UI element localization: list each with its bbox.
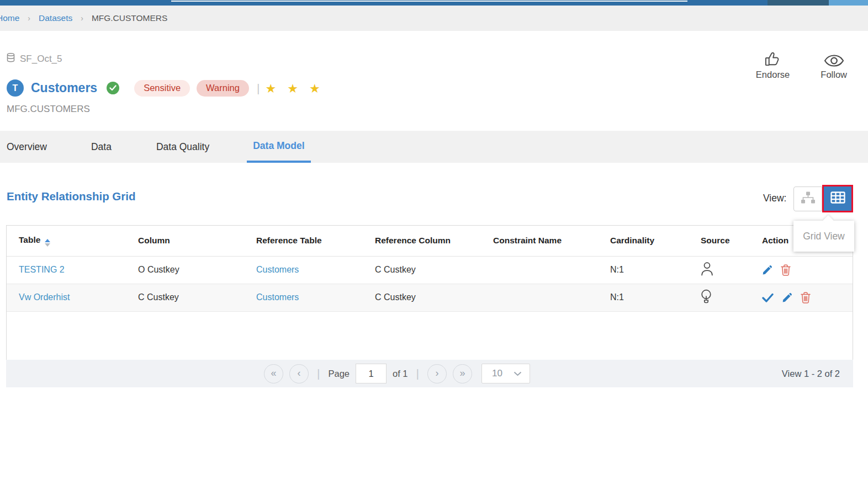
tooltip-arrow (823, 215, 834, 226)
title-row: T Customers Sensitive Warning | ★ ★ ★ (7, 79, 324, 97)
reference-column-cell: C Custkey (363, 284, 481, 311)
database-icon (7, 53, 15, 65)
diagram-view-button[interactable] (793, 186, 822, 211)
tag-warning[interactable]: Warning (197, 80, 249, 97)
pagination-summary: View 1 - 2 of 2 (782, 360, 840, 387)
header-actions: Endorse Follow (756, 50, 847, 80)
grid-view-button[interactable] (822, 185, 853, 212)
navbar-segment-light (829, 0, 868, 6)
reference-column-cell: C Custkey (363, 256, 481, 284)
delete-icon[interactable] (801, 292, 811, 303)
tab-bar: Overview Data Data Quality Data Model (0, 131, 868, 163)
table-link[interactable]: Vw Orderhist (19, 292, 70, 302)
navbar-search-edge (171, 1, 687, 2)
grid-icon (830, 191, 845, 206)
cardinality-cell: N:1 (598, 284, 689, 311)
divider: | (317, 367, 320, 380)
page: Home › Datasets › MFG.CUSTOMERS SF_Oct_5… (0, 0, 868, 485)
tab-overview[interactable]: Overview (7, 131, 47, 163)
sort-icon[interactable] (45, 239, 50, 247)
column-header-constraint-name: Constraint Name (481, 226, 598, 256)
constraint-name-cell (481, 284, 598, 311)
page-label: Page (328, 369, 350, 379)
table-header-row: Table Column Reference Table Reference C… (7, 226, 853, 256)
breadcrumb: Home › Datasets › MFG.CUSTOMERS (0, 6, 868, 31)
column-header-table[interactable]: Table (7, 226, 126, 256)
page-of-label: of 1 (393, 369, 408, 379)
action-cell (762, 292, 853, 303)
follow-button[interactable]: Follow (821, 50, 847, 80)
page-title: Customers (31, 81, 97, 95)
endorse-label: Endorse (756, 70, 790, 80)
breadcrumb-current: MFG.CUSTOMERS (92, 13, 168, 23)
tab-data-model[interactable]: Data Model (247, 131, 310, 163)
table-row: Vw Orderhist C Custkey Customers C Custk… (7, 284, 853, 311)
navbar-segment-dark (768, 0, 829, 6)
breadcrumb-datasets-link[interactable]: Datasets (39, 13, 72, 23)
double-chevron-right-icon: » (460, 367, 465, 379)
action-cell (762, 264, 853, 276)
divider: | (416, 367, 419, 380)
source-cell (689, 284, 750, 311)
datasource-row: SF_Oct_5 (7, 53, 62, 65)
tag-sensitive[interactable]: Sensitive (134, 80, 190, 97)
eye-icon (824, 50, 844, 67)
tab-data-quality[interactable]: Data Quality (156, 131, 209, 163)
follow-label: Follow (821, 70, 847, 80)
double-chevron-left-icon: « (271, 367, 276, 379)
view-toggle-label: View: (763, 193, 786, 204)
grid-view-tooltip: Grid View (793, 221, 854, 252)
last-page-button[interactable]: » (453, 364, 472, 383)
user-icon (701, 268, 713, 278)
table-type-badge: T (7, 79, 24, 97)
column-header-column: Column (126, 226, 244, 256)
source-cell (689, 256, 750, 284)
endorse-button[interactable]: Endorse (756, 50, 790, 80)
chevron-right-icon: › (28, 14, 30, 23)
reference-table-link[interactable]: Customers (256, 292, 299, 302)
tab-data[interactable]: Data (91, 131, 112, 163)
column-cell: C Custkey (126, 284, 244, 311)
column-header-reference-table: Reference Table (244, 226, 363, 256)
approve-check-icon[interactable] (762, 293, 774, 302)
pagination-bar: « ‹ | Page of 1 | › » 10 View 1 - 2 of 2 (6, 360, 853, 387)
chevron-down-icon (514, 368, 522, 379)
table-row: TESTING 2 O Custkey Customers C Custkey … (7, 256, 853, 284)
chevron-right-icon: › (81, 14, 83, 23)
sitemap-icon (801, 191, 816, 206)
rating-stars-icon[interactable]: ★ ★ ★ (265, 81, 324, 96)
column-header-cardinality: Cardinality (598, 226, 689, 256)
qualified-name: MFG.CUSTOMERS (7, 104, 90, 115)
edit-icon[interactable] (782, 292, 792, 303)
thumbs-up-icon (764, 50, 781, 67)
chevron-right-icon: › (436, 367, 439, 379)
entity-relationship-table: Table Column Reference Table Reference C… (6, 225, 853, 360)
next-page-button[interactable]: › (427, 364, 447, 383)
cardinality-cell: N:1 (598, 256, 689, 284)
view-toggle-group (793, 186, 853, 212)
column-cell: O Custkey (126, 256, 244, 284)
column-header-reference-column: Reference Column (363, 226, 481, 256)
datasource-name[interactable]: SF_Oct_5 (20, 54, 62, 65)
tooltip-text: Grid View (803, 231, 845, 242)
constraint-name-cell (481, 256, 598, 284)
page-size-value: 10 (492, 368, 502, 379)
top-navbar (0, 0, 868, 6)
page-size-select[interactable]: 10 (481, 364, 530, 383)
bulb-icon (701, 296, 712, 306)
prev-page-button[interactable]: ‹ (289, 364, 309, 383)
page-number-input[interactable] (356, 364, 387, 383)
certified-check-icon (107, 82, 119, 94)
chevron-left-icon: ‹ (298, 367, 301, 379)
delete-icon[interactable] (781, 264, 791, 276)
reference-table-link[interactable]: Customers (256, 265, 299, 274)
breadcrumb-home-link[interactable]: Home (0, 13, 19, 23)
divider: | (257, 82, 260, 95)
column-header-source: Source (689, 226, 750, 256)
edit-icon[interactable] (762, 265, 772, 275)
section-title: Entity Relationship Grid (7, 190, 136, 203)
first-page-button[interactable]: « (264, 364, 283, 383)
table-link[interactable]: TESTING 2 (19, 265, 65, 274)
pagination-controls: « ‹ | Page of 1 | › » 10 (264, 360, 530, 387)
